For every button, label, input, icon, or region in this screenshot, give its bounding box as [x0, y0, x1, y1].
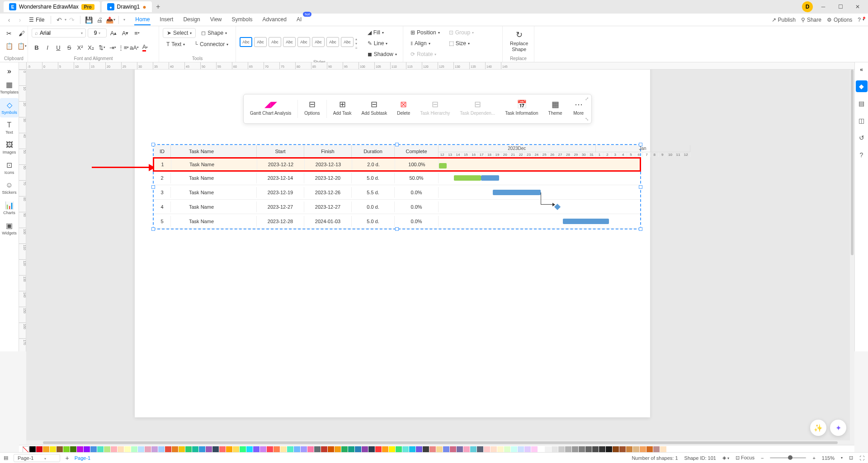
color-swatch[interactable]: [382, 446, 388, 453]
cell-finish[interactable]: 2023-12-20: [304, 173, 352, 183]
strikethrough-button[interactable]: S: [64, 42, 74, 52]
rside-page-button[interactable]: ▤: [856, 98, 868, 109]
cell-finish[interactable]: 2023-12-13: [305, 159, 352, 170]
color-swatch[interactable]: [633, 446, 639, 453]
color-swatch[interactable]: [565, 446, 571, 453]
print-button[interactable]: 🖨: [94, 14, 105, 25]
color-swatch[interactable]: [592, 446, 599, 453]
color-swatch[interactable]: [226, 446, 232, 453]
sidebar-item-stickers[interactable]: ☺Stickers: [0, 178, 19, 197]
page-selector[interactable]: Page-1 ▾: [14, 454, 60, 462]
sidebar-expand-button[interactable]: »: [0, 66, 19, 77]
gantt-bar[interactable]: [481, 175, 499, 181]
italic-button[interactable]: I: [42, 42, 52, 52]
cell-complete[interactable]: 0.0%: [395, 187, 439, 198]
copy-button[interactable]: 📋: [4, 41, 14, 51]
color-swatch[interactable]: [97, 446, 104, 453]
gantt-bar-area[interactable]: [439, 185, 640, 199]
nav-back-button[interactable]: ‹: [4, 14, 14, 25]
color-swatch[interactable]: [212, 446, 219, 453]
align-button[interactable]: ⫴Align▾: [407, 39, 443, 48]
task-dependency-button[interactable]: ⊟Task Dependen...: [455, 98, 500, 120]
styles-scroll-down[interactable]: ▾: [355, 42, 358, 46]
color-swatch[interactable]: [646, 446, 653, 453]
scrollbar-vertical[interactable]: [850, 70, 854, 440]
gantt-bar-complete[interactable]: [454, 175, 481, 181]
close-button[interactable]: ✕: [851, 1, 864, 12]
color-swatch[interactable]: [253, 446, 259, 453]
tab-insert[interactable]: Insert: [159, 14, 174, 25]
color-swatch[interactable]: [104, 446, 110, 453]
decrease-size-button[interactable]: A▾: [120, 28, 130, 38]
color-swatch[interactable]: [77, 446, 83, 453]
cell-start[interactable]: 2023-12-19: [257, 187, 304, 198]
cell-start[interactable]: 2023-12-12: [257, 159, 305, 170]
color-swatch[interactable]: [57, 446, 63, 453]
page-tab[interactable]: Page-1: [75, 455, 90, 461]
color-swatch[interactable]: [70, 446, 76, 453]
color-swatch[interactable]: [84, 446, 90, 453]
color-swatch[interactable]: [402, 446, 409, 453]
zoom-slider[interactable]: [770, 457, 806, 458]
color-swatch[interactable]: [50, 446, 56, 453]
maximize-button[interactable]: ☐: [834, 1, 847, 12]
color-swatch[interactable]: [260, 446, 266, 453]
selection-handle[interactable]: [151, 143, 155, 146]
gantt-options-button[interactable]: ⊟Options: [300, 98, 324, 120]
subscript-button[interactable]: X₂: [86, 42, 96, 52]
color-swatch[interactable]: [185, 446, 192, 453]
tab-ai[interactable]: AI hot: [296, 14, 302, 25]
sidebar-item-templates[interactable]: ▦Templates: [0, 78, 19, 97]
cell-start[interactable]: 2023-12-27: [257, 201, 304, 212]
cell-complete[interactable]: 0.0%: [395, 216, 439, 227]
add-task-button[interactable]: ⊞Add Task: [329, 98, 356, 120]
ai-button[interactable]: ✦: [830, 420, 846, 436]
col-header-name[interactable]: Task Name: [171, 145, 257, 158]
cell-name[interactable]: Task Name: [171, 187, 257, 198]
indent-button[interactable]: ⇥▾: [108, 42, 118, 52]
font-name-select[interactable]: ⌕ Arial ▾: [32, 28, 86, 37]
color-swatch[interactable]: [429, 446, 436, 453]
rside-help-button[interactable]: ?: [856, 149, 868, 161]
color-swatch[interactable]: [172, 446, 178, 453]
gantt-row[interactable]: 5 Task Name 2023-12-28 2024-01-03 5.0 d.…: [154, 214, 640, 229]
color-swatch[interactable]: [355, 446, 361, 453]
save-button[interactable]: 💾: [83, 14, 94, 25]
rotate-button[interactable]: ⟳Rotate▾: [407, 50, 440, 59]
line-button[interactable]: ✎Line▾: [364, 39, 401, 48]
col-header-finish[interactable]: Finish: [304, 145, 352, 158]
color-swatch[interactable]: [321, 446, 327, 453]
color-swatch[interactable]: [341, 446, 348, 453]
color-swatch[interactable]: [545, 446, 551, 453]
fill-button[interactable]: ◢Fill▾: [364, 28, 401, 37]
add-tab-button[interactable]: +: [154, 2, 163, 11]
sidebar-item-widgets[interactable]: ▣Widgets: [0, 219, 19, 238]
selection-handle[interactable]: [151, 185, 155, 189]
gantt-bar[interactable]: [493, 190, 541, 195]
color-swatch[interactable]: [348, 446, 354, 453]
nav-forward-button[interactable]: ›: [14, 14, 25, 25]
cell-duration[interactable]: 5.0 d.: [352, 216, 395, 227]
style-preset-7[interactable]: Abc: [326, 37, 339, 47]
gantt-chart[interactable]: ID Task Name Start Finish Duration Compl…: [153, 144, 641, 229]
color-swatch[interactable]: [640, 446, 646, 453]
color-swatch[interactable]: [36, 446, 42, 453]
outline-icon[interactable]: ▤: [4, 455, 8, 461]
color-swatch[interactable]: [443, 446, 449, 453]
color-swatch[interactable]: [423, 446, 429, 453]
style-preset-3[interactable]: Abc: [269, 37, 281, 47]
cell-finish[interactable]: 2023-12-26: [304, 187, 352, 198]
tab-design[interactable]: Design: [182, 14, 201, 25]
color-swatch[interactable]: [179, 446, 185, 453]
color-swatch[interactable]: [206, 446, 212, 453]
color-swatch[interactable]: [477, 446, 483, 453]
cell-duration[interactable]: 0.0 d.: [352, 201, 395, 212]
color-swatch[interactable]: [280, 446, 287, 453]
gantt-analysis-button[interactable]: ◢◤Gantt Chart Analysis: [245, 98, 296, 120]
color-swatch[interactable]: [606, 446, 612, 453]
cell-name[interactable]: Task Name: [171, 173, 257, 183]
gantt-bar-area[interactable]: [439, 171, 640, 185]
col-header-id[interactable]: ID: [154, 145, 171, 158]
style-preset-4[interactable]: Abc: [283, 37, 296, 47]
color-swatch[interactable]: [484, 446, 490, 453]
